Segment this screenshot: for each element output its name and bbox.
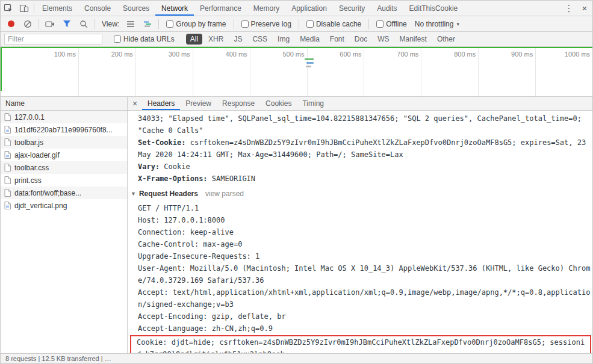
preserve-log-checkbox-input[interactable]: [241, 20, 249, 28]
record-icon: [8, 20, 14, 27]
response-header-line: 34033; "Elapsed time", SQLPanel_sql_time…: [138, 113, 591, 137]
devtools-window: Elements Console Sources Network Perform…: [0, 0, 593, 364]
request-headers-section-header[interactable]: ▼ Request Headers view parsed: [131, 188, 591, 200]
waterfall-glyph: [143, 20, 152, 28]
timeline-load-line: [1, 47, 592, 48]
stylesheet-file-icon: [4, 164, 11, 171]
request-row[interactable]: data:font/woff;base...: [1, 187, 127, 199]
tab-security[interactable]: Security: [333, 1, 371, 16]
timeline-tick: 300 ms: [136, 47, 193, 96]
filter-type-manifest[interactable]: Manifest: [396, 34, 431, 45]
group-by-frame-checkbox-input[interactable]: [166, 20, 173, 28]
filter-type-all[interactable]: All: [186, 34, 202, 45]
preserve-log-checkbox[interactable]: Preserve log: [241, 20, 291, 28]
header-key: Vary:: [138, 162, 160, 171]
list-rows-glyph: [126, 20, 135, 28]
offline-checkbox-input[interactable]: [376, 20, 383, 28]
close-devtools-glyph: ×: [582, 4, 588, 13]
clear-network-log-icon[interactable]: [20, 17, 36, 31]
header-key: Set-Cookie:: [138, 138, 185, 147]
request-header-line: User-Agent: Mozilla/5.0 (Macintosh; Inte…: [138, 262, 591, 286]
triangle-down-icon: ▼: [131, 188, 136, 200]
group-by-frame-label: Group by frame: [176, 20, 226, 28]
request-row[interactable]: djdt_vertical.png: [1, 199, 127, 212]
record-network-log-button[interactable]: [3, 17, 19, 31]
filter-type-js[interactable]: JS: [229, 34, 246, 45]
request-row[interactable]: toolbar.js: [1, 136, 127, 149]
toolbar-divider: [234, 19, 234, 29]
request-row[interactable]: 127.0.0.1: [1, 111, 127, 123]
filter-icon[interactable]: [59, 17, 75, 31]
tab-memory[interactable]: Memory: [247, 1, 285, 16]
request-row[interactable]: ajax-loader.gif: [1, 149, 127, 161]
tab-network[interactable]: Network: [155, 1, 194, 16]
headers-panel-content: 34033; "Elapsed time", SQLPanel_sql_time…: [128, 111, 592, 353]
font-file-icon: [4, 189, 11, 197]
filter-type-other[interactable]: Other: [433, 34, 459, 45]
filter-type-font[interactable]: Font: [326, 34, 349, 45]
tabbar-spacer: [464, 1, 561, 16]
toolbar-divider: [39, 19, 39, 29]
tab-sources[interactable]: Sources: [117, 1, 155, 16]
response-header-line: X-Frame-Options: SAMEORIGIN: [138, 173, 591, 185]
more-options-icon[interactable]: ⋮: [561, 1, 577, 16]
waterfall-bar: [306, 62, 314, 64]
tab-application[interactable]: Application: [285, 1, 333, 16]
requests-list-panel: Name 127.0.0.1 1d1df6220ab711e9996760f8.…: [1, 97, 128, 353]
filter-type-img[interactable]: Img: [273, 34, 294, 45]
network-overview-timeline[interactable]: 100 ms 200 ms 300 ms 400 ms 500 ms 600 m…: [1, 47, 592, 97]
response-header-line: Vary: Cookie: [138, 161, 591, 173]
filter-funnel-glyph: [63, 20, 71, 28]
timeline-tick: 600 ms: [308, 47, 365, 96]
name-column-header[interactable]: Name: [1, 97, 127, 111]
tab-audits[interactable]: Audits: [371, 1, 403, 16]
request-name: djdt_vertical.png: [14, 202, 67, 210]
device-toolbar-icon[interactable]: [16, 1, 32, 16]
offline-checkbox[interactable]: Offline: [376, 20, 406, 28]
tab-timing[interactable]: Timing: [297, 97, 329, 110]
group-by-frame-checkbox[interactable]: Group by frame: [166, 20, 226, 28]
request-row[interactable]: toolbar.css: [1, 161, 127, 174]
header-key: X-Frame-Options:: [138, 174, 208, 183]
request-name: data:font/woff;base...: [14, 189, 81, 197]
request-name: toolbar.js: [14, 138, 43, 147]
waterfall-bar: [306, 66, 311, 67]
search-icon-glyph: [79, 20, 88, 28]
filter-type-media[interactable]: Media: [296, 34, 324, 45]
use-large-rows-icon[interactable]: [123, 17, 138, 31]
filter-input[interactable]: [4, 34, 102, 45]
hide-data-urls-checkbox[interactable]: Hide data URLs: [114, 35, 175, 43]
tab-response[interactable]: Response: [217, 97, 260, 110]
camera-icon-glyph: [45, 20, 55, 28]
hide-data-urls-checkbox-input[interactable]: [114, 35, 121, 43]
throttling-select[interactable]: No throttling ▾: [415, 20, 459, 28]
search-icon[interactable]: [76, 17, 92, 31]
filter-type-ws[interactable]: WS: [373, 34, 393, 45]
tab-performance[interactable]: Performance: [194, 1, 247, 16]
filter-type-xhr[interactable]: XHR: [204, 34, 228, 45]
request-header-line: Upgrade-Insecure-Requests: 1: [138, 250, 591, 262]
tab-console[interactable]: Console: [78, 1, 117, 16]
close-devtools-icon[interactable]: ×: [577, 1, 592, 16]
disable-cache-checkbox-input[interactable]: [306, 20, 314, 28]
tab-cookies[interactable]: Cookies: [260, 97, 297, 110]
filter-type-css[interactable]: CSS: [248, 34, 272, 45]
disable-cache-checkbox[interactable]: Disable cache: [306, 20, 361, 28]
show-overview-icon[interactable]: [140, 17, 155, 31]
capture-screenshots-icon[interactable]: [42, 17, 58, 31]
close-details-icon[interactable]: ×: [128, 97, 142, 110]
tab-headers[interactable]: Headers: [142, 97, 180, 110]
view-parsed-link[interactable]: view parsed: [205, 188, 244, 200]
tab-elements[interactable]: Elements: [36, 1, 78, 16]
request-row[interactable]: 1d1df6220ab711e9996760f8...: [1, 123, 127, 136]
filter-type-doc[interactable]: Doc: [350, 34, 371, 45]
timeline-grid: 100 ms 200 ms 300 ms 400 ms 500 ms 600 m…: [1, 47, 592, 96]
more-options-glyph: ⋮: [565, 4, 574, 13]
device-toolbar-icon-glyph: [19, 4, 29, 13]
request-row[interactable]: print.css: [1, 174, 127, 187]
toolbar-divider: [95, 19, 95, 29]
inspect-element-icon[interactable]: [1, 1, 16, 16]
timeline-tick: 1000 ms: [536, 47, 592, 96]
tab-preview[interactable]: Preview: [180, 97, 217, 110]
tab-editthiscookie[interactable]: EditThisCookie: [403, 1, 464, 16]
